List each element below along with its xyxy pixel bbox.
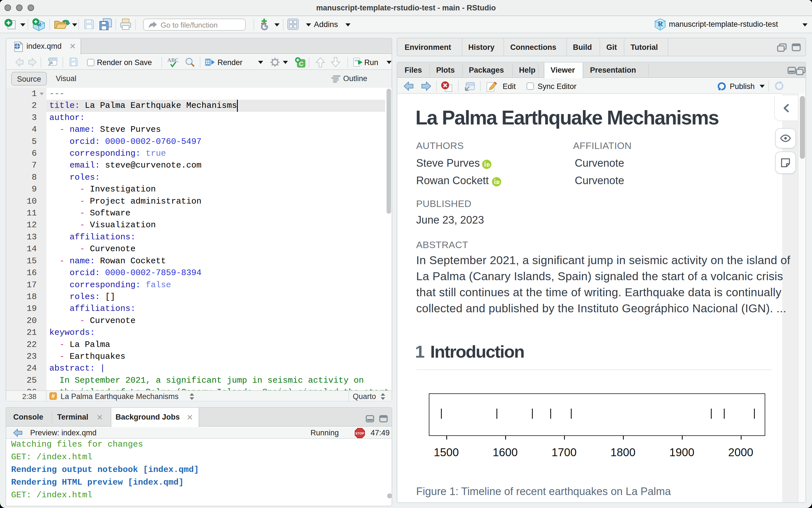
svg-text:ABC: ABC: [167, 57, 178, 63]
svg-text:STOP: STOP: [355, 432, 364, 435]
svg-text:R: R: [658, 20, 663, 28]
